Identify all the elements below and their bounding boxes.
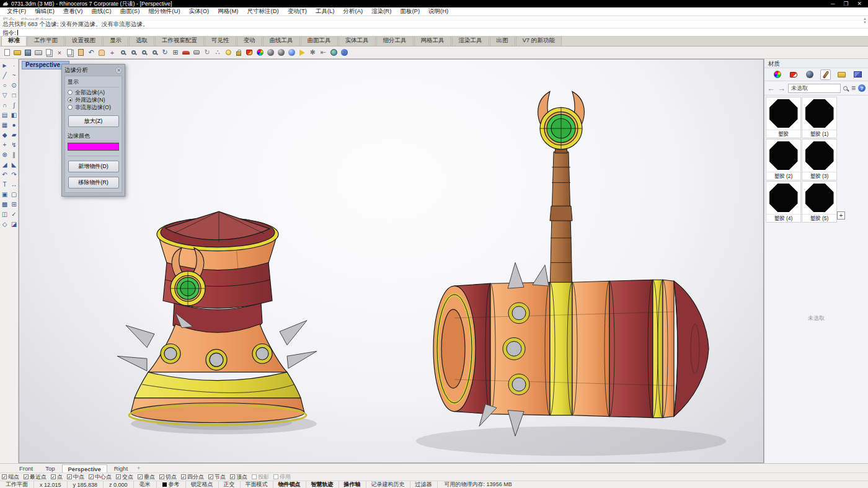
add-material-button[interactable]: + <box>837 211 845 220</box>
status-toggle[interactable]: 正交 <box>219 481 241 488</box>
material-item[interactable]: 塑胶 (3) <box>802 139 837 180</box>
copy-icon[interactable] <box>65 48 75 58</box>
edge-analysis-dialog[interactable]: 边缘分析 ✕ 显示 全部边缘(A)外露边缘(N)非流形边缘(O) 放大(Z) 边… <box>61 64 125 197</box>
zoom-extents-icon[interactable] <box>139 48 149 58</box>
sweep-icon[interactable]: ▰ <box>9 130 19 140</box>
menu-item[interactable]: 分析(A) <box>339 7 368 16</box>
options-gear-icon[interactable]: ✱ <box>308 48 317 58</box>
osnap-points-icon[interactable]: ∴ <box>213 48 223 58</box>
pan-view-icon[interactable] <box>97 48 107 58</box>
properties-icon[interactable] <box>44 48 54 58</box>
control-point-curve-icon[interactable]: ~ <box>9 70 19 80</box>
select-pointer-icon[interactable]: ► <box>0 60 9 70</box>
zoom-dynamic-icon[interactable] <box>118 48 128 58</box>
dialog-close-icon[interactable]: ✕ <box>115 67 122 74</box>
osnap-toggle[interactable]: 投影 <box>252 473 269 481</box>
library-folder-tab-icon[interactable] <box>836 69 847 80</box>
hamburger-menu-icon[interactable]: ≡ <box>851 84 856 92</box>
status-toggle[interactable]: 物件锁点 <box>273 481 306 488</box>
history-icon[interactable]: ⇤ <box>318 48 328 58</box>
osnap-toggle[interactable]: ✓顶点 <box>230 473 247 481</box>
zoom-selected-icon[interactable] <box>149 48 159 58</box>
layer-indicator[interactable]: 参考 <box>157 481 186 488</box>
freeform-curve-icon[interactable]: ∫ <box>9 100 19 110</box>
dimension-icon[interactable]: ↔ <box>9 179 19 189</box>
brush-tab-icon[interactable] <box>820 69 831 80</box>
status-toggle[interactable]: 平面模式 <box>241 481 273 488</box>
new-viewport-tab-icon[interactable]: + <box>135 465 143 471</box>
rotate-view-icon[interactable]: ↻ <box>160 48 170 58</box>
osnap-toggle[interactable]: ✓交点 <box>116 473 133 481</box>
model-render[interactable] <box>19 60 763 463</box>
layer-icon[interactable]: ◇ <box>0 219 9 229</box>
print-icon[interactable] <box>33 48 43 58</box>
chamfer-icon[interactable]: ◣ <box>9 159 19 169</box>
edge-radio-option[interactable]: 外露边缘(N) <box>68 96 119 104</box>
display-mode-icon[interactable] <box>181 48 191 58</box>
cplane-button[interactable]: 工作平面 <box>0 481 34 488</box>
remove-objects-button[interactable]: 移除物件(R) <box>68 177 119 189</box>
move-icon[interactable]: + <box>107 48 117 58</box>
add-objects-button[interactable]: 新增物件(D) <box>68 161 119 172</box>
material-item[interactable]: 塑胶 (5) <box>802 181 837 223</box>
search-icon[interactable] <box>843 86 848 91</box>
units-label[interactable]: 毫米 <box>134 481 157 488</box>
menu-item[interactable]: 渲染(R) <box>367 7 396 16</box>
status-toggle[interactable]: 锁定格点 <box>186 481 219 488</box>
osnap-toggle[interactable]: ✓切点 <box>159 473 177 481</box>
panel-help-icon[interactable]: ? <box>858 84 866 92</box>
material-item[interactable]: 塑胶 (1) <box>802 97 837 138</box>
osnap-toggle[interactable]: ✓最近点 <box>24 473 46 481</box>
rendered-viewport-icon[interactable] <box>276 48 286 58</box>
material-search-input[interactable]: 未选取 <box>788 84 841 93</box>
zoom-window-icon[interactable] <box>128 48 138 58</box>
viewport-tab-front[interactable]: Front <box>14 464 38 472</box>
command-scroll-arrows[interactable]: ▲▼ <box>863 17 867 24</box>
osnap-toggle[interactable]: ✓四分点 <box>181 473 204 481</box>
menu-item[interactable]: 工具(L) <box>311 7 339 16</box>
color-wheel-tab-icon[interactable] <box>772 69 782 80</box>
loft-icon[interactable]: ◆ <box>0 130 9 140</box>
material-item[interactable]: 塑胶 <box>766 97 801 138</box>
paste-icon[interactable] <box>76 48 86 58</box>
osnap-toggle[interactable]: ✓端点 <box>2 473 19 481</box>
trim-icon[interactable]: ⊗ <box>0 149 9 159</box>
mesh-icon[interactable]: ▩ <box>0 199 9 209</box>
group-icon[interactable]: ▢ <box>9 189 19 199</box>
help-icon[interactable]: ? <box>339 48 349 58</box>
viewport-tab-top[interactable]: Top <box>40 464 60 472</box>
material-item[interactable]: 塑胶 (2) <box>766 139 801 180</box>
perspective-viewport[interactable]: Perspective ▾ <box>19 59 764 463</box>
viewport-layout-icon[interactable]: ⊞ <box>170 48 180 58</box>
surface-plane-icon[interactable]: ▤ <box>0 110 9 120</box>
sun-icon[interactable] <box>297 48 307 58</box>
menu-item[interactable]: 文件(F) <box>2 7 30 16</box>
texture-image-tab-icon[interactable] <box>852 69 863 80</box>
hide-icon[interactable]: ◫ <box>0 209 9 219</box>
menu-item[interactable]: 编辑(E) <box>30 7 59 16</box>
save-file-icon[interactable] <box>23 48 33 58</box>
menu-item[interactable]: 查看(V) <box>59 7 87 16</box>
boolean-union-icon[interactable]: + <box>0 140 9 149</box>
osnap-toggle[interactable]: ✓点 <box>51 473 63 481</box>
status-toggle[interactable]: 记录建构历史 <box>366 481 410 488</box>
web-globe-icon[interactable] <box>329 48 339 58</box>
sphere-icon[interactable]: ● <box>9 120 19 130</box>
forward-arrow-icon[interactable]: → <box>777 84 786 92</box>
new-file-icon[interactable] <box>2 48 12 58</box>
surface-corner-icon[interactable]: ◧ <box>9 110 19 120</box>
back-arrow-icon[interactable]: ← <box>767 84 775 92</box>
menu-item[interactable]: 曲线(C) <box>87 7 115 16</box>
menu-item[interactable]: 说明(H) <box>424 7 453 16</box>
hide-object-icon[interactable] <box>192 48 202 58</box>
material-sphere-tab-icon[interactable] <box>804 69 815 80</box>
viewport-tab-right[interactable]: Right <box>108 464 133 472</box>
polygon-icon[interactable]: ▽ <box>0 90 9 100</box>
arc-icon[interactable]: ∩ <box>0 100 9 110</box>
edge-radio-option[interactable]: 全部边缘(A) <box>68 89 119 96</box>
ellipse-icon[interactable]: ⊙ <box>9 80 19 90</box>
osnap-toggle[interactable]: ✓垂点 <box>138 473 155 481</box>
shaded-viewport-icon[interactable] <box>265 48 275 58</box>
paint-tab-icon[interactable] <box>788 69 799 80</box>
text-icon[interactable]: T <box>0 179 9 189</box>
